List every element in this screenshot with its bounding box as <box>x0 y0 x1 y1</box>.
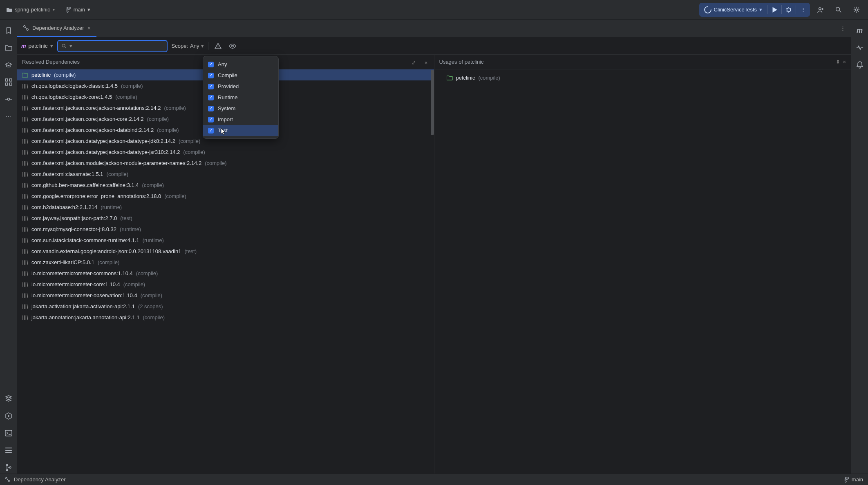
dependency-row[interactable]: com.github.ben-manes.caffeine:caffeine:3… <box>17 180 434 191</box>
todo-tool[interactable] <box>2 444 15 456</box>
dependency-scope: (compile) <box>123 281 145 287</box>
run-button[interactable] <box>767 3 781 17</box>
dependency-row[interactable]: com.fasterxml.jackson.module:jackson-mod… <box>17 158 434 169</box>
title-bar: spring-petclinic ▾ main ▾ ClinicServiceT… <box>0 0 868 20</box>
folder-icon <box>5 44 12 51</box>
dependency-row[interactable]: io.micrometer:micrometer-commons:1.10.4 … <box>17 268 434 279</box>
person-plus-icon <box>817 6 824 13</box>
dependency-scope: (runtime) <box>120 226 141 232</box>
notifications-tool[interactable] <box>854 59 866 71</box>
usage-row[interactable]: petclinic (compile) <box>434 72 851 83</box>
scope-option[interactable]: ✓Runtime <box>203 92 278 103</box>
search-everywhere-button[interactable] <box>831 2 846 17</box>
dependency-row[interactable]: com.sun.istack:istack-commons-runtime:4.… <box>17 235 434 246</box>
structure-tool[interactable] <box>2 76 15 88</box>
chevron-down-icon[interactable]: ▾ <box>69 43 72 49</box>
gear-icon <box>853 6 860 13</box>
status-branch[interactable]: main <box>852 476 863 483</box>
pulse-icon <box>856 44 864 51</box>
commit-tool[interactable] <box>2 93 15 105</box>
dependency-row[interactable]: com.fasterxml.jackson.datatype:jackson-d… <box>17 147 434 158</box>
close-pane-button[interactable]: × <box>422 58 431 67</box>
scope-option-label: System <box>218 105 235 111</box>
svg-point-15 <box>62 44 65 47</box>
chevron-down-icon: ▾ <box>201 43 204 49</box>
tabs-menu-button[interactable]: ⋮ <box>834 20 851 37</box>
svg-rect-6 <box>5 83 8 85</box>
dependency-row[interactable]: com.mysql:mysql-connector-j:8.0.32 (runt… <box>17 224 434 235</box>
library-icon <box>22 149 28 155</box>
branch-name: main <box>74 7 85 13</box>
dependency-name: com.zaxxer:HikariCP:5.0.1 <box>31 259 94 265</box>
dependency-name: io.micrometer:micrometer-commons:1.10.4 <box>31 270 133 276</box>
library-icon <box>22 238 28 243</box>
show-groups-button[interactable] <box>227 41 238 51</box>
bookmarks-tool[interactable] <box>2 24 15 37</box>
dependency-scope: (compile) <box>205 160 226 166</box>
services-tool[interactable] <box>2 410 15 422</box>
dependency-row[interactable]: com.jayway.jsonpath:json-path:2.7.0 (tes… <box>17 213 434 224</box>
dependency-row[interactable]: jakarta.activation:jakarta.activation-ap… <box>17 301 434 312</box>
chevron-down-icon: ▾ <box>87 7 90 13</box>
scope-option[interactable]: ✓Compile <box>203 70 278 81</box>
dependency-scope: (compile) <box>107 171 128 177</box>
debug-button[interactable] <box>782 3 796 17</box>
more-tool[interactable]: ⋯ <box>2 110 15 122</box>
eye-icon <box>229 43 236 49</box>
expand-usages-button[interactable]: ⇕ <box>836 59 840 65</box>
chevron-down-icon: ▾ <box>53 7 55 12</box>
scope-option[interactable]: ✓Import <box>203 114 278 125</box>
dependency-name: ch.qos.logback:logback-classic:1.4.5 <box>31 83 118 89</box>
terminal-tool[interactable] <box>2 427 15 439</box>
dependency-name: ch.qos.logback:logback-core:1.4.5 <box>31 94 112 100</box>
git-icon <box>5 464 12 471</box>
scope-option[interactable]: ✓Test <box>203 125 278 136</box>
dependency-scope: (compile) <box>121 83 143 89</box>
scope-option[interactable]: ✓Provided <box>203 81 278 92</box>
close-usages-button[interactable]: × <box>843 59 846 65</box>
maven-tool[interactable]: m <box>854 24 866 37</box>
dependency-row[interactable]: com.h2database:h2:2.1.214 (runtime) <box>17 202 434 213</box>
dependency-name: com.fasterxml.jackson.core:jackson-annot… <box>31 105 161 111</box>
library-icon <box>22 182 28 188</box>
project-selector[interactable]: spring-petclinic ▾ <box>4 5 57 14</box>
dependency-row[interactable]: com.vaadin.external.google:android-json:… <box>17 246 434 257</box>
svg-point-0 <box>787 8 791 11</box>
scope-selector[interactable]: Scope: Any ▾ <box>172 43 204 49</box>
show-conflicts-button[interactable] <box>213 41 223 51</box>
svg-point-14 <box>27 29 28 30</box>
vcs-tool[interactable] <box>2 461 15 474</box>
usage-scope: (compile) <box>478 75 500 81</box>
run-more-button[interactable]: ⋮ <box>796 3 810 17</box>
expand-all-button[interactable]: ⤢ <box>409 58 418 67</box>
dependency-row[interactable]: com.fasterxml:classmate:1.5.1 (compile) <box>17 169 434 180</box>
svg-point-8 <box>7 98 9 100</box>
dependency-scope: (test) <box>120 215 132 221</box>
database-tool[interactable] <box>2 393 15 405</box>
library-icon <box>22 216 28 221</box>
dependency-name: com.sun.istack:istack-commons-runtime:4.… <box>31 237 139 243</box>
tab-dependency-analyzer[interactable]: Dependency Analyzer × <box>17 20 96 37</box>
profiler-tool[interactable] <box>854 42 866 54</box>
dependency-row[interactable]: com.google.errorprone:error_prone_annota… <box>17 191 434 202</box>
close-icon[interactable]: × <box>87 24 91 31</box>
scope-option[interactable]: ✓System <box>203 103 278 114</box>
code-with-me-button[interactable] <box>813 2 828 17</box>
project-tool[interactable] <box>2 42 15 54</box>
vcs-branch-selector[interactable]: main ▾ <box>63 5 93 14</box>
search-input[interactable] <box>75 43 163 49</box>
dependency-row[interactable]: io.micrometer:micrometer-core:1.10.4 (co… <box>17 279 434 290</box>
module-selector[interactable]: m petclinic ▾ <box>21 43 53 49</box>
scope-option[interactable]: ✓Any <box>203 59 278 70</box>
branch-icon <box>843 477 849 483</box>
status-left-text[interactable]: Dependency Analyzer <box>14 476 65 483</box>
settings-button[interactable] <box>849 2 864 17</box>
scrollbar-thumb[interactable] <box>431 70 434 135</box>
dependency-scope: (compile) <box>141 292 162 298</box>
ellipsis-icon: ⋯ <box>6 113 11 120</box>
dependency-row[interactable]: jakarta.annotation:jakarta.annotation-ap… <box>17 312 434 323</box>
dependency-row[interactable]: io.micrometer:micrometer-observation:1.1… <box>17 290 434 301</box>
dependency-row[interactable]: com.zaxxer:HikariCP:5.0.1 (compile) <box>17 257 434 268</box>
run-config-selector[interactable]: ClinicServiceTests ▾ <box>699 6 767 13</box>
learn-tool[interactable] <box>2 59 15 71</box>
